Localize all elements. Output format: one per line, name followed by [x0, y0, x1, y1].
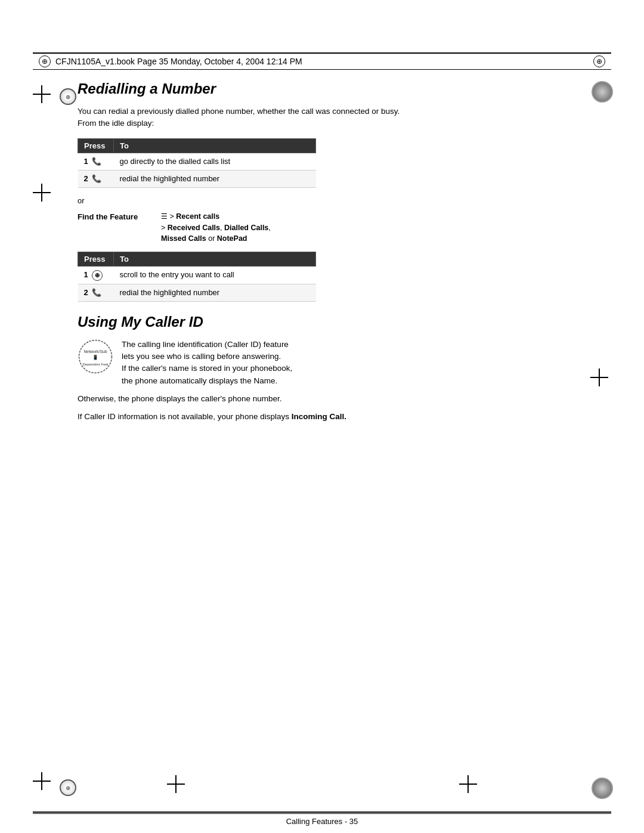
table1-row1-num: 1 📞 [78, 153, 114, 170]
bottom-center-right-crosshair [459, 775, 477, 793]
table2-row2-action: redial the highlighted number [114, 284, 316, 301]
table1-row2-num: 2 📞 [78, 170, 114, 187]
table2-row2-num: 2 📞 [78, 284, 114, 301]
header-bar: ⊕ CFJN1105A_v1.book Page 35 Monday, Octo… [33, 52, 611, 70]
or-text: or [78, 196, 584, 205]
top-left-circle: ⊕ [60, 88, 76, 105]
press-table-1: Press To 1 📞 go directly to the dialled … [78, 138, 316, 188]
table1-col2-header: To [114, 138, 316, 153]
section1-intro: You can redial a previously dialled phon… [78, 106, 411, 130]
menu-text-1: > Recent calls [169, 212, 219, 221]
menu-text-3: Missed Calls or NotePad [161, 234, 247, 243]
table2-col1-header: Press [78, 252, 114, 267]
main-content: Redialling a Number You can redial a pre… [78, 80, 584, 423]
caller-id-section: Network/Sub 📱 Dependent Feat The calling… [78, 339, 584, 387]
caller-id-line4: the phone automatically displays the Nam… [122, 376, 277, 385]
extra2-line1: If Caller ID information is not availabl… [78, 412, 289, 421]
footer: Calling Features - 35 [0, 817, 644, 826]
phone-icon-2: 📞 [92, 174, 101, 183]
phone-icon-3: 📞 [92, 288, 101, 297]
svg-text:Network/Sub: Network/Sub [83, 349, 107, 354]
table-row: 1 📞 go directly to the dialled calls lis… [78, 153, 316, 170]
table1-row1-action: go directly to the dialled calls list [114, 153, 316, 170]
mid-right-crosshair [590, 368, 608, 386]
caller-id-extra2: If Caller ID information is not availabl… [78, 411, 584, 423]
caller-id-extra: Otherwise, the phone displays the caller… [78, 393, 584, 405]
table1-row2-action: redial the highlighted number [114, 170, 316, 187]
svg-text:Dependent Feat: Dependent Feat [82, 362, 108, 366]
menu-line3: Missed Calls or NotePad [161, 233, 271, 244]
bottom-left-circle: ⊕ [60, 779, 76, 796]
page: ⊕ ⊕ CFJN1105A_v1.book Page 35 Monday, Oc… [0, 52, 644, 833]
svg-text:📱: 📱 [92, 354, 98, 360]
find-feature-label: Find the Feature [78, 211, 149, 221]
menu-line1: ☰ > Recent calls [161, 211, 271, 222]
incoming-call-bold: Incoming Call. [292, 412, 346, 421]
top-right-rosette [592, 81, 613, 103]
section2-title: Using My Caller ID [78, 314, 584, 330]
footer-text: Calling Features - 35 [286, 817, 358, 826]
header-right-mark: ⊕ [593, 55, 605, 67]
table2-col2-header: To [114, 252, 316, 267]
bottom-border [33, 812, 611, 814]
find-feature-value: ☰ > Recent calls > Received Calls, Diall… [161, 211, 271, 244]
table2-row1-num: 1 ⊕ [78, 267, 114, 284]
caller-id-line1: The calling line identification (Caller … [122, 340, 289, 349]
menu-text-2: > Received Calls, Dialled Calls, [161, 224, 271, 232]
caller-id-line2: lets you see who is calling before answe… [122, 352, 281, 361]
scroll-icon-1: ⊕ [92, 270, 103, 281]
header-left-mark: ⊕ [39, 55, 51, 67]
table-row: 2 📞 redial the highlighted number [78, 170, 316, 187]
section1-title: Redialling a Number [78, 80, 584, 97]
bottom-left-crosshair [33, 772, 51, 790]
caller-id-line3: If the caller's name is stored in your p… [122, 364, 292, 373]
bottom-center-left-crosshair [167, 775, 185, 793]
table-row: 2 📞 redial the highlighted number [78, 284, 316, 301]
press-table-2: Press To 1 ⊕ scroll to the entry you wan… [78, 252, 316, 302]
table1-col1-header: Press [78, 138, 114, 153]
caller-id-icon: Network/Sub 📱 Dependent Feat [78, 339, 113, 374]
find-feature-row: Find the Feature ☰ > Recent calls > Rece… [78, 211, 584, 244]
table-row: 1 ⊕ scroll to the entry you want to call [78, 267, 316, 284]
phone-icon-1: 📞 [92, 157, 101, 166]
caller-id-text-block: The calling line identification (Caller … [122, 339, 292, 387]
bottom-right-rosette [592, 778, 613, 799]
mid-left-crosshair [33, 184, 51, 202]
table2-row1-action: scroll to the entry you want to call [114, 267, 316, 284]
menu-icon: ☰ [161, 212, 168, 221]
menu-line2: > Received Calls, Dialled Calls, [161, 222, 271, 234]
top-left-crosshair [33, 85, 51, 103]
header-file-info: CFJN1105A_v1.book Page 35 Monday, Octobe… [55, 57, 302, 66]
